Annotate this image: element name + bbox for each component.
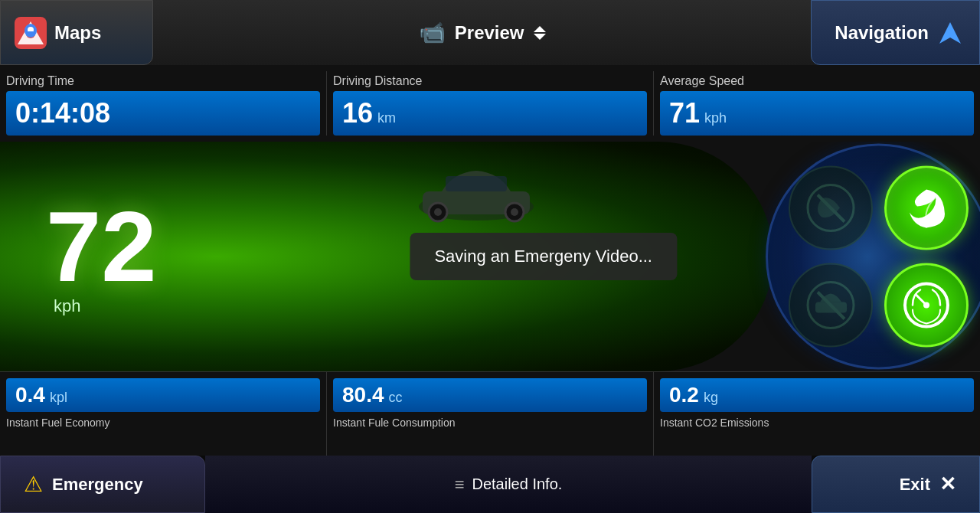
arrow-up-icon[interactable] (534, 26, 546, 32)
speed-value: 72 (46, 197, 157, 296)
average-speed-value: 71 kph (660, 91, 974, 136)
top-bar: Maps 📹 Preview Navigation (0, 0, 980, 65)
preview-label: Preview (455, 22, 524, 44)
driving-distance-unit: km (377, 110, 396, 126)
speed-display: 72 kph (46, 197, 157, 316)
maps-icon (15, 17, 47, 49)
driving-time-value: 0:14:08 (6, 91, 320, 136)
navigation-label: Navigation (835, 22, 929, 44)
no-car-icon (806, 280, 856, 330)
preview-arrows[interactable] (534, 26, 546, 40)
maps-label: Maps (54, 22, 101, 44)
fuel-economy-label: Instant Fuel Economy (6, 412, 320, 429)
stats-row: Driving Time 0:14:08 Driving Distance 16… (0, 65, 980, 142)
svg-marker-8 (939, 22, 961, 44)
eco-off-icon[interactable] (789, 166, 873, 250)
car-off-icon[interactable] (789, 263, 873, 348)
warning-icon: ⚠ (24, 472, 43, 497)
bottom-bar: ⚠ Emergency ≡ Detailed Info. Exit ✕ (0, 456, 980, 513)
fuel-consumption-label: Instant Fule Consumption (333, 412, 647, 429)
fuel-economy-block: 0.4 kpl Instant Fuel Economy (0, 372, 327, 456)
emergency-label: Emergency (52, 475, 143, 495)
average-speed-label: Average Speed (660, 71, 974, 91)
exit-label: Exit (900, 475, 930, 495)
fuel-consumption-block: 80.4 cc Instant Fule Consumption (327, 372, 654, 456)
driving-distance-label: Driving Distance (333, 71, 647, 91)
no-leaf-icon (806, 183, 856, 233)
emergency-button[interactable]: ⚠ Emergency (0, 456, 205, 513)
video-icon: 📹 (419, 20, 446, 45)
co2-label: Instant CO2 Emissions (660, 412, 974, 429)
fuel-consumption-unit: cc (389, 390, 403, 406)
exit-button[interactable]: Exit ✕ (812, 456, 980, 513)
list-icon: ≡ (455, 475, 465, 495)
svg-point-15 (511, 208, 518, 216)
average-speed-block: Average Speed 71 kph (654, 71, 980, 136)
car-icon (407, 157, 545, 226)
co2-block: 0.2 kg Instant CO2 Emissions (654, 372, 980, 456)
circle-panel (766, 144, 980, 370)
fuel-economy-value-display: 0.4 kpl (6, 378, 320, 412)
main-area: 72 kph Saving an Emergeny Video... (0, 142, 980, 371)
co2-unit: kg (704, 390, 718, 406)
bottom-stats-row: 0.4 kpl Instant Fuel Economy 80.4 cc Ins… (0, 371, 980, 456)
maps-button[interactable]: Maps (0, 0, 153, 65)
driving-distance-block: Driving Distance 16 km (327, 71, 654, 136)
driving-distance-value: 16 km (333, 91, 647, 136)
driving-time-label: Driving Time (6, 71, 320, 91)
speedometer-icon (902, 280, 952, 330)
detailed-label: Detailed Info. (472, 475, 562, 493)
navigation-button[interactable]: Navigation (811, 0, 980, 65)
arrow-down-icon[interactable] (534, 34, 546, 40)
close-icon: ✕ (939, 472, 956, 496)
svg-rect-11 (446, 176, 507, 191)
leaf-icon (902, 183, 952, 233)
navigation-arrow-icon (936, 19, 964, 47)
fuel-economy-unit: kpl (50, 390, 67, 406)
detailed-info-button[interactable]: ≡ Detailed Info. (205, 456, 812, 513)
car-silhouette (407, 157, 545, 229)
center-controls: 📹 Preview (419, 20, 546, 45)
average-speed-unit: kph (704, 110, 727, 126)
svg-point-14 (434, 208, 442, 216)
emergency-video-toast: Saving an Emergeny Video... (410, 233, 677, 280)
leaf-active-icon[interactable] (884, 166, 969, 250)
co2-value-display: 0.2 kg (660, 378, 974, 412)
speedometer-active-icon[interactable] (884, 263, 969, 348)
fuel-consumption-value-display: 80.4 cc (333, 378, 647, 412)
driving-time-block: Driving Time 0:14:08 (0, 71, 327, 136)
